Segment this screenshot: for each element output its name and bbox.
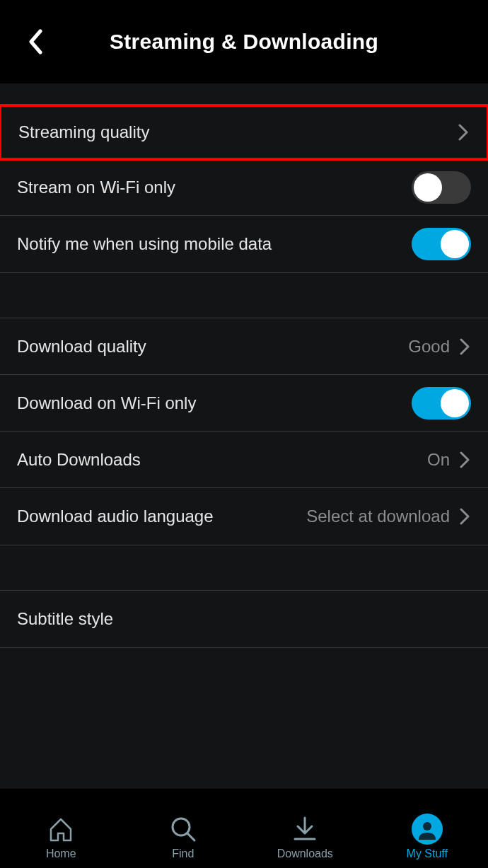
tab-find[interactable]: Find: [122, 814, 245, 860]
tab-downloads-label: Downloads: [277, 847, 333, 860]
tab-find-label: Find: [172, 847, 194, 860]
stream-wifi-only-label: Stream on Wi-Fi only: [17, 178, 175, 197]
streaming-quality-label: Streaming quality: [18, 122, 149, 142]
tab-downloads[interactable]: Downloads: [244, 814, 366, 860]
search-icon: [169, 814, 197, 845]
auto-downloads-row[interactable]: Auto Downloads On: [0, 432, 488, 488]
download-audio-language-label: Download audio language: [17, 507, 214, 526]
download-quality-label: Download quality: [17, 337, 146, 357]
download-icon: [291, 814, 319, 845]
header: Streaming & Downloading: [0, 0, 488, 83]
chevron-right-icon: [460, 507, 471, 526]
home-icon: [47, 814, 75, 845]
auto-downloads-value: On: [427, 450, 450, 470]
download-wifi-only-label: Download on Wi-Fi only: [17, 393, 196, 413]
download-audio-language-value: Select at download: [306, 507, 450, 526]
avatar-icon: [412, 814, 443, 845]
mobile-data-notify-toggle[interactable]: [412, 228, 471, 260]
tab-my-stuff-label: My Stuff: [407, 847, 448, 860]
streaming-quality-row[interactable]: Streaming quality: [0, 104, 488, 161]
download-audio-language-row[interactable]: Download audio language Select at downlo…: [0, 488, 488, 545]
tab-bar: Home Find Downloads My Stuff: [0, 803, 488, 868]
downloading-section: Download quality Good Download on Wi-Fi …: [0, 318, 488, 545]
streaming-section: Streaming quality Stream on Wi-Fi only N…: [0, 105, 488, 272]
chevron-right-icon: [460, 450, 471, 470]
subtitle-style-label: Subtitle style: [17, 609, 113, 629]
stream-wifi-only-toggle[interactable]: [412, 171, 471, 204]
tab-home[interactable]: Home: [0, 814, 122, 860]
svg-line-1: [187, 833, 194, 840]
download-wifi-only-toggle[interactable]: [412, 387, 471, 419]
auto-downloads-label: Auto Downloads: [17, 450, 141, 470]
chevron-right-icon: [458, 122, 470, 142]
mobile-data-notify-row[interactable]: Notify me when using mobile data: [0, 216, 488, 272]
mobile-data-notify-label: Notify me when using mobile data: [17, 234, 272, 254]
page-title: Streaming & Downloading: [14, 30, 474, 54]
chevron-left-icon: [28, 29, 43, 54]
download-wifi-only-row[interactable]: Download on Wi-Fi only: [0, 375, 488, 432]
subtitle-style-row[interactable]: Subtitle style: [0, 591, 488, 647]
download-quality-row[interactable]: Download quality Good: [0, 318, 488, 375]
settings-content: Streaming quality Stream on Wi-Fi only N…: [0, 83, 488, 789]
back-button[interactable]: [21, 28, 50, 56]
chevron-right-icon: [460, 337, 471, 357]
download-quality-value: Good: [408, 337, 450, 357]
svg-point-2: [423, 822, 431, 831]
stream-wifi-only-row[interactable]: Stream on Wi-Fi only: [0, 159, 488, 216]
subtitles-section: Subtitle style: [0, 590, 488, 647]
tab-my-stuff[interactable]: My Stuff: [366, 814, 489, 860]
tab-home-label: Home: [46, 847, 76, 860]
